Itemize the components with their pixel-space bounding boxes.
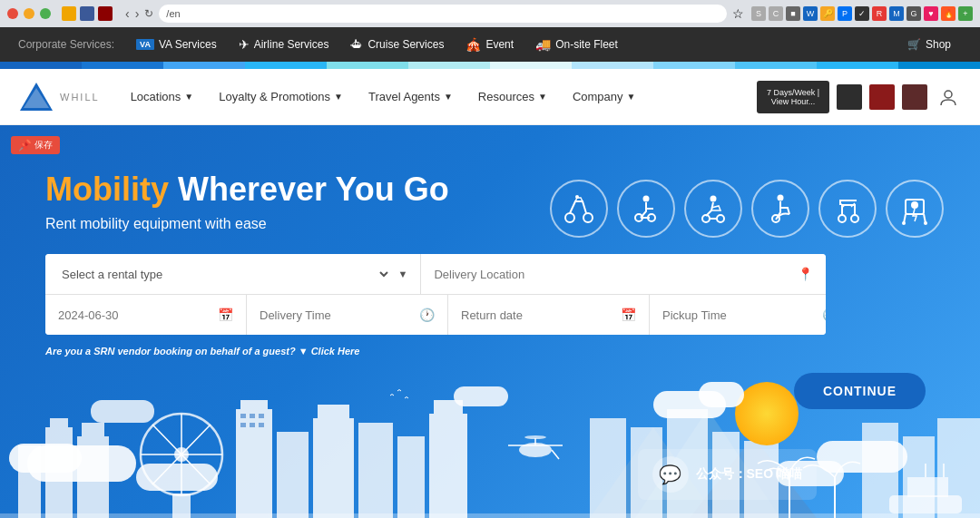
srn-vendor-link: Are you a SRN vendor booking on behalf o… [45,346,935,357]
calendar-icon-return: 📅 [621,308,636,322]
svg-rect-41 [313,418,354,518]
svg-point-2 [945,91,952,98]
watermark-text: 公众号：SEO 喵喵 [696,466,802,483]
nav-loyalty[interactable]: Loyalty & Promotions ▼ [206,69,356,125]
svg-rect-51 [429,414,467,518]
extension-icon-13[interactable]: + [958,6,973,21]
user-svg [938,87,958,107]
corporate-nav-label: Corporate Services: [18,38,114,51]
location-pin-icon: 📍 [798,267,813,281]
nav-travel-agents[interactable]: Travel Agents ▼ [356,69,466,125]
hours-box[interactable]: 7 Days/Week | View Hour... [757,81,829,113]
cart-label: Shop [926,38,951,51]
color-swatch-dark[interactable] [837,84,862,110]
browser-maximize[interactable] [40,8,51,19]
cloud-bottom-1b [9,444,82,473]
calendar-icon-date: 📅 [218,308,233,322]
pickup-time-input[interactable] [662,308,815,322]
extension-icon-10[interactable]: G [906,6,921,21]
loyalty-label: Loyalty & Promotions [219,90,330,103]
pickup-time-field[interactable]: 🕐 [650,295,826,335]
delivery-time-field[interactable]: 🕐 [247,295,448,335]
browser-chrome: ‹ › ↻ /en ☆ S C ■ W 🔑 P ✓ R M G ♥ 🔥 + [0,0,980,27]
bookmark-icon[interactable]: ☆ [732,6,744,21]
strip-1 [0,62,82,69]
corporate-nav: Corporate Services: VA VA Services ✈ Air… [0,27,980,62]
svg-point-20 [902,221,906,225]
strip-11 [817,62,898,69]
delivery-location-field[interactable]: 📍 [421,254,826,294]
extension-icon-7[interactable]: ✓ [855,6,869,21]
nav-resources[interactable]: Resources ▼ [466,69,560,125]
nav-event[interactable]: 🎪 Event [455,27,524,62]
color-swatch-red[interactable] [869,84,895,110]
srn-text: Are you a SRN vendor booking on behalf o… [45,346,296,357]
delivery-time-input[interactable] [260,308,412,322]
nav-fleet[interactable]: 🚚 On-site Fleet [524,27,629,62]
nav-va-services[interactable]: VA VA Services [125,27,228,62]
clock-icon-pickup: 🕐 [822,308,826,322]
nav-locations[interactable]: Locations ▼ [118,69,207,125]
extension-icon-4[interactable]: W [803,6,818,21]
save-badge[interactable]: 📌 保存 [11,136,60,154]
extension-icon-12[interactable]: 🔥 [941,6,956,21]
rental-type-field[interactable]: Select a rental type ▼ [45,254,421,294]
extension-icon-6[interactable]: P [838,6,852,21]
travel-label: Travel Agents [368,90,440,103]
nav-company[interactable]: Company ▼ [560,69,649,125]
browser-close[interactable] [7,8,18,19]
browser-minimize[interactable] [24,8,34,19]
svg-rect-43 [240,414,246,418]
svg-point-6 [643,196,650,202]
nav-airline-services[interactable]: ✈ Airline Services [228,27,340,62]
mobility-icon-walker [886,180,944,238]
cloud-4 [454,386,508,406]
svg-rect-68 [889,495,962,513]
svg-rect-46 [240,423,246,427]
back-button[interactable]: ‹ [125,6,130,21]
sun-decoration [735,382,799,445]
favicon-1 [62,6,76,21]
return-date-input[interactable] [461,308,613,322]
color-swatch-brown[interactable] [902,84,927,110]
rental-type-select[interactable]: Select a rental type [58,267,391,282]
cityscape [0,373,980,518]
forward-button[interactable]: › [135,6,140,21]
extension-icon-2[interactable]: C [769,6,783,21]
extension-icon-3[interactable]: ■ [786,6,800,21]
logo-text: WHILL [60,92,100,103]
cloud-2 [699,382,744,407]
srn-click-here[interactable]: ▼ Click Here [299,346,360,357]
user-profile-icon[interactable] [935,83,962,111]
cloud-3 [91,400,154,423]
date-input[interactable] [58,308,211,322]
hero-section: 📌 保存 [0,125,980,518]
locations-label: Locations [131,90,181,103]
extension-icon-5[interactable]: 🔑 [820,6,835,21]
logo-area[interactable]: WHILL [18,81,100,112]
extension-icon-1[interactable]: S [751,6,766,21]
resources-chevron: ▼ [538,92,547,102]
nav-cruise-services[interactable]: ⛴ Cruise Services [339,27,455,62]
extension-icon-8[interactable]: R [872,6,887,21]
cart-nav-item[interactable]: 🛒 Shop [897,38,962,51]
extension-icon-11[interactable]: ♥ [924,6,938,21]
mobility-icon-stroller [818,180,877,238]
svg-rect-28 [50,418,68,427]
delivery-location-input[interactable] [434,268,790,281]
address-bar[interactable]: /en [159,5,727,23]
form-row-2: 📅 🕐 📅 🕐 [45,295,826,335]
extension-icon-9[interactable]: M [889,6,904,21]
svg-line-57 [552,450,559,459]
loyalty-chevron: ▼ [334,92,343,102]
svg-point-36 [174,447,189,462]
favicon-3 [98,6,113,21]
cruise-label: Cruise Services [368,38,444,51]
date-field[interactable]: 📅 [45,295,247,335]
refresh-button[interactable]: ↻ [144,7,153,20]
svg-point-11 [717,215,724,222]
hero-title-rest: Wherever You Go [169,171,449,208]
return-date-field[interactable]: 📅 [448,295,650,335]
svg-point-5 [575,195,579,199]
company-label: Company [573,90,623,103]
